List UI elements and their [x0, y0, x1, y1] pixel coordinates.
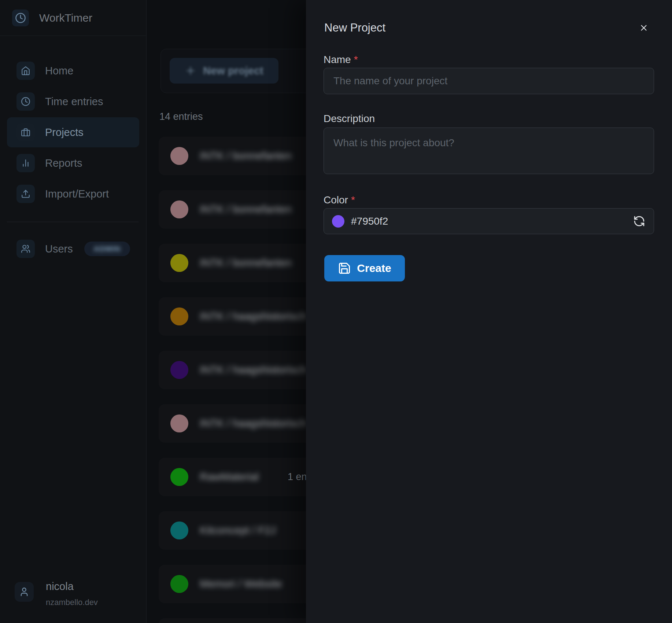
save-icon: [338, 262, 351, 275]
project-color-dot: [170, 361, 188, 379]
name-label: Name*: [324, 54, 358, 66]
sidebar-item-reports[interactable]: Reports: [7, 148, 139, 178]
project-name: INTK / bonnefanten: [200, 257, 292, 269]
project-color-dot: [170, 200, 188, 218]
admin-badge-label: ADMIN: [93, 244, 121, 253]
sidebar-nav: Home Time entries Projects Reports Impor…: [7, 56, 139, 210]
sidebar-item-home[interactable]: Home: [7, 56, 139, 86]
color-label: Color*: [324, 194, 355, 206]
drawer-title: New Project: [324, 21, 385, 34]
create-button[interactable]: Create: [324, 255, 405, 281]
entries-count: 14 entries: [159, 111, 203, 122]
required-marker: *: [351, 194, 355, 206]
user-domain: nzambello.dev: [46, 598, 98, 607]
current-user[interactable]: nicola nzambello.dev: [15, 582, 98, 607]
upload-icon: [16, 185, 35, 203]
close-icon: [639, 23, 649, 33]
clock-icon: [15, 12, 26, 23]
users-label: Users: [45, 243, 73, 255]
clock-icon: [16, 92, 35, 111]
project-color-dot: [170, 468, 188, 486]
project-name: INTK / haagshistorisch: [200, 364, 307, 376]
sidebar-divider: [7, 222, 139, 222]
project-name: Memori / Website: [200, 578, 282, 590]
user-icon: [15, 582, 34, 602]
project-entries-count: 1 en: [288, 471, 307, 483]
required-marker: *: [354, 54, 358, 65]
bar-chart-icon: [16, 154, 35, 172]
app-header: WorkTimer: [0, 0, 146, 36]
app-title: WorkTimer: [39, 12, 92, 24]
close-button[interactable]: [636, 20, 652, 36]
sidebar-item-time-entries[interactable]: Time entries: [7, 86, 139, 117]
home-icon: [16, 62, 35, 80]
sidebar: WorkTimer Home Time entries Projects Rep…: [0, 0, 147, 623]
project-name: INTK / bonnefanten: [200, 150, 292, 162]
sidebar-item-users[interactable]: Users ADMIN: [7, 234, 139, 264]
project-color-dot: [170, 307, 188, 325]
project-color-dot: [170, 254, 188, 272]
project-name: INTK / haagshistorisch: [200, 310, 307, 322]
description-label: Description: [324, 113, 375, 125]
project-name: INTK / haagshistorisch: [200, 417, 307, 430]
sidebar-item-import-export[interactable]: Import/Export: [7, 179, 139, 209]
new-project-button[interactable]: New project: [170, 58, 278, 84]
project-color-dot: [170, 147, 188, 165]
project-name: RawMaterial: [200, 471, 259, 483]
new-project-label: New project: [203, 65, 263, 77]
color-swatch: [332, 215, 344, 228]
briefcase-icon: [16, 123, 35, 141]
users-icon: [16, 240, 35, 258]
sidebar-item-projects[interactable]: Projects: [7, 117, 139, 147]
create-label: Create: [357, 262, 391, 274]
plus-icon: [185, 65, 196, 77]
project-color-dot: [170, 521, 188, 539]
admin-badge: ADMIN: [84, 242, 130, 256]
new-project-drawer: New Project Name* Description Color* #79…: [306, 0, 672, 623]
user-name: nicola: [46, 581, 98, 592]
app-screen: New project 14 entries INTK / bonnefante…: [0, 0, 672, 623]
app-logo: [12, 10, 29, 26]
project-color-dot: [170, 575, 188, 593]
project-color-dot: [170, 414, 188, 432]
refresh-color-button[interactable]: [632, 215, 646, 228]
project-name: INTK / bonnefanten: [200, 203, 292, 215]
description-input[interactable]: [324, 128, 654, 174]
color-input[interactable]: #7950f2: [324, 208, 654, 234]
name-input[interactable]: [324, 68, 654, 94]
project-name: Kitconcept / F2J: [200, 524, 276, 537]
refresh-icon: [633, 215, 645, 227]
color-value: #7950f2: [351, 215, 626, 227]
